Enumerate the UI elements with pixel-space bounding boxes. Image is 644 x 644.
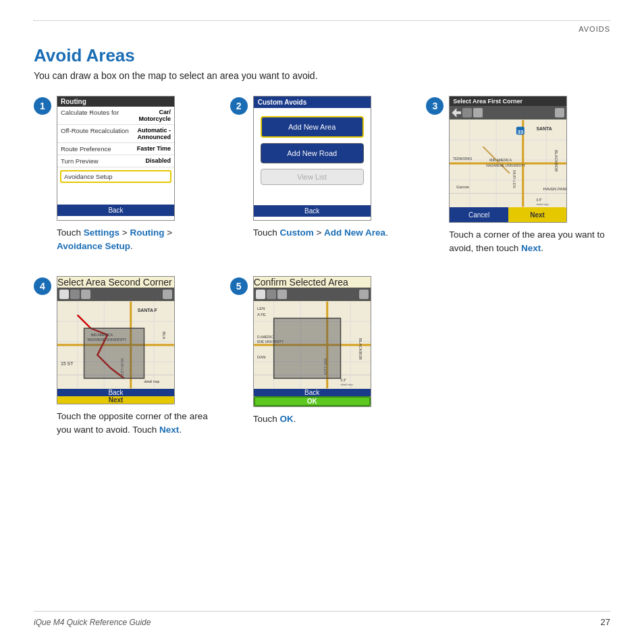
svg-text:BLA: BLA <box>162 331 166 339</box>
step-5-caption: Touch OK. <box>253 412 414 426</box>
screen3-bottom: Cancel Next <box>450 207 566 222</box>
screen5-toolbar <box>254 288 371 301</box>
svg-text:MIR-LEN: MIR-LEN <box>323 358 327 374</box>
svg-text:LEN: LEN <box>257 306 265 310</box>
section-title: Avoids <box>579 25 610 33</box>
svg-text:15 ST: 15 ST <box>61 360 74 365</box>
screen5-back-btn[interactable]: Back <box>254 389 371 396</box>
step-4: 4 Select Area Second Corner <box>34 276 218 437</box>
map-icon-settings <box>555 108 564 117</box>
map5-icon-search <box>267 290 276 299</box>
screen3-cancel-btn[interactable]: Cancel <box>450 207 508 222</box>
screen1-row-2: Off-Route Recalculation Automatic -Annou… <box>57 125 174 143</box>
step-2-number: 2 <box>230 97 248 115</box>
steps-row-top: 1 Routing Calculate Routes for Car/Motor… <box>34 96 610 256</box>
screen3-toolbar <box>450 106 566 119</box>
screen3-title: Select Area First Corner <box>450 97 566 106</box>
screen2-back-btn[interactable]: Back <box>254 205 371 217</box>
step-1-content: Routing Calculate Routes for Car/Motorcy… <box>57 96 218 254</box>
svg-text:SANTA: SANTA <box>537 126 552 131</box>
screen2-view-btn[interactable]: View List <box>261 169 364 185</box>
screen5-ok-btn[interactable]: OK <box>254 396 371 406</box>
svg-text:BLACKBOB: BLACKBOB <box>555 150 559 171</box>
screen1-row-4: Turn Preview Disabled <box>57 155 174 167</box>
screen4-bottom: Back Next <box>57 389 174 404</box>
step-3: 3 Select Area First Corner <box>426 96 610 256</box>
screen3-next-btn[interactable]: Next <box>508 207 567 222</box>
map5-icon-pin <box>277 290 287 299</box>
screen1-row-3: Route Preference Faster Time <box>57 143 174 155</box>
svg-text:Garmin: Garmin <box>456 185 469 189</box>
svg-text:NAZARENE UNIVERSITY: NAZARENE UNIVERSITY <box>487 164 527 167</box>
map4-icon-arrow <box>59 290 69 299</box>
section-header: Avoids <box>34 20 610 33</box>
screen-5: Confirm Selected Area <box>253 276 371 407</box>
svg-text:MID AMERICA: MID AMERICA <box>490 159 512 162</box>
step-2-inner: 2 Custom Avoids Add New Area Add New Roa… <box>230 96 414 240</box>
svg-rect-54 <box>273 318 340 378</box>
screen2-title: Custom Avoids <box>254 97 371 108</box>
svg-text:NAZARENE UNIVERSITY: NAZARENE UNIVERSITY <box>87 338 127 342</box>
svg-text:33: 33 <box>518 129 524 135</box>
map4-svg: SANTA F BLA MID AMERICA NAZARENE UNIVERS… <box>57 301 174 389</box>
screen5-title: Confirm Selected Area <box>254 277 371 288</box>
step-2: 2 Custom Avoids Add New Area Add New Roa… <box>230 96 414 240</box>
map-icon-arrow <box>452 108 461 117</box>
svg-text:MUR-LEN: MUR-LEN <box>120 358 124 376</box>
map3-svg: SANTA BLACKBOB MID AMERICA NAZARENE UNIV… <box>450 119 566 207</box>
map-icon-search <box>462 108 472 117</box>
screen2-add-area-btn[interactable]: Add New Area <box>261 116 364 138</box>
map5-svg: A FE D AMERIC ENE UNIV RSITY DAN BLACKBO… <box>254 301 371 389</box>
step-2-content: Custom Avoids Add New Area Add New Road … <box>253 96 414 240</box>
step-4-caption: Touch the opposite corner of the area yo… <box>57 410 218 437</box>
screen1-highlighted[interactable]: Avoidance Setup <box>60 170 171 183</box>
step-1: 1 Routing Calculate Routes for Car/Motor… <box>34 96 218 254</box>
screen4-toolbar <box>57 288 174 301</box>
step-5: 5 Confirm Selected Area <box>230 276 414 426</box>
screen1-row-1: Calculate Routes for Car/Motorcycle <box>57 107 174 125</box>
screen-1: Routing Calculate Routes for Car/Motorcy… <box>57 96 175 221</box>
map4-icon-search <box>70 290 80 299</box>
step-5-number: 5 <box>230 277 248 295</box>
step-5-content: Confirm Selected Area <box>253 276 414 426</box>
svg-text:detail map: detail map <box>340 383 353 386</box>
svg-text:MID AMERICA: MID AMERICA <box>90 333 113 337</box>
page-footer: iQue M4 Quick Reference Guide 27 <box>34 611 610 627</box>
screen1-back-btn[interactable]: Back <box>57 205 174 216</box>
svg-text:A FE: A FE <box>257 313 266 317</box>
svg-text:D AMERIC: D AMERIC <box>257 336 273 339</box>
step-1-inner: 1 Routing Calculate Routes for Car/Motor… <box>34 96 218 254</box>
step-5-inner: 5 Confirm Selected Area <box>230 276 414 426</box>
footer-title: iQue M4 Quick Reference Guide <box>34 618 151 627</box>
svg-text:TERWORKS: TERWORKS <box>453 157 473 161</box>
map4-icon-pin <box>81 290 90 299</box>
map5-icon-settings <box>359 290 369 299</box>
svg-text:HAVEN PARK: HAVEN PARK <box>543 187 567 191</box>
map5-icon-arrow <box>256 290 265 299</box>
screen4-map: SANTA F BLA MID AMERICA NAZARENE UNIVERS… <box>57 301 174 389</box>
step-3-content: Select Area First Corner <box>449 96 610 256</box>
step-3-number: 3 <box>426 97 444 115</box>
svg-text:MUR-LEN: MUR-LEN <box>512 170 516 188</box>
screen5-bottom: Back OK <box>254 389 371 406</box>
map-icon-pin <box>473 108 483 117</box>
svg-text:DAN: DAN <box>257 354 266 358</box>
step-2-caption: Touch Custom > Add New Area. <box>253 226 414 240</box>
svg-text:0.3": 0.3" <box>340 379 346 382</box>
map4-icon-settings <box>163 290 172 299</box>
svg-text:SANTA F: SANTA F <box>138 307 157 312</box>
screen-3: Select Area First Corner <box>449 96 567 223</box>
step-1-caption: Touch Settings > Routing > Avoidance Set… <box>57 226 218 254</box>
step-4-content: Select Area Second Corner <box>57 276 218 437</box>
svg-text:BLACKBOB: BLACKBOB <box>358 338 363 360</box>
screen4-next-btn[interactable]: Next <box>57 396 174 404</box>
svg-text:detail map: detail map <box>537 203 549 206</box>
svg-text:ENE UNIV RSITY: ENE UNIV RSITY <box>257 340 284 344</box>
footer-page: 27 <box>601 617 610 627</box>
step-4-number: 4 <box>34 277 51 295</box>
screen2-add-road-btn[interactable]: Add New Road <box>261 143 364 163</box>
svg-text:0.5": 0.5" <box>537 198 543 202</box>
page-subtitle: You can draw a box on the map to select … <box>34 70 610 81</box>
screen1-title: Routing <box>57 97 174 107</box>
screen4-back-btn[interactable]: Back <box>57 389 174 396</box>
